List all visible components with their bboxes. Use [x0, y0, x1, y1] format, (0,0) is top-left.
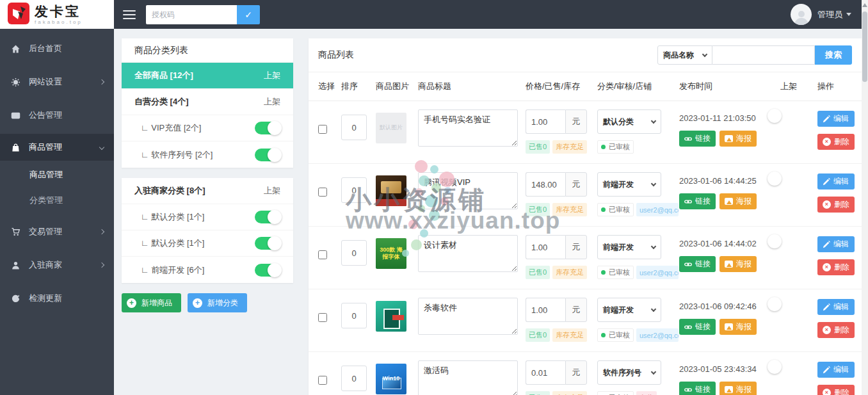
price-input[interactable]: [526, 109, 565, 134]
add-product-button[interactable]: + 新增商品: [122, 293, 181, 312]
edit-button[interactable]: 编辑: [817, 299, 855, 315]
scrollbar-thumb[interactable]: [862, 12, 867, 82]
cart-icon: [10, 227, 20, 237]
page-scrollbar[interactable]: [862, 0, 868, 395]
row-checkbox[interactable]: [318, 250, 327, 259]
category-toggle[interactable]: [255, 237, 280, 250]
category-toggle[interactable]: [255, 149, 280, 161]
search-button[interactable]: 搜索: [815, 45, 852, 65]
link-icon: [684, 135, 692, 143]
sort-input[interactable]: [341, 303, 367, 328]
category-row-merchant-group[interactable]: 入驻商家分类 [8个] 上架: [122, 178, 293, 204]
poster-icon: [725, 323, 733, 330]
chevron-down-icon: [651, 306, 656, 311]
category-row-frontend[interactable]: ∟ 前端开发 [6个]: [122, 257, 293, 283]
sidebar-item-check-update[interactable]: 检测更新: [0, 285, 114, 312]
price-input[interactable]: [526, 172, 565, 197]
category-toggle[interactable]: [255, 122, 280, 134]
gear-icon: [10, 77, 20, 87]
product-title-textarea[interactable]: 手机号码实名验证: [418, 109, 518, 147]
plus-icon: +: [127, 298, 136, 308]
edit-button[interactable]: 编辑: [817, 173, 855, 189]
edit-button[interactable]: 编辑: [817, 236, 855, 252]
category-toggle[interactable]: [255, 264, 280, 277]
sidebar-item-trades[interactable]: 交易管理: [0, 218, 114, 245]
poster-button[interactable]: 海报: [719, 256, 757, 272]
row-checkbox[interactable]: [318, 125, 327, 134]
pencil-icon: [823, 366, 830, 374]
row-checkbox[interactable]: [318, 188, 327, 197]
sold-badge: 已售0: [526, 391, 550, 395]
edit-button[interactable]: 编辑: [817, 111, 855, 127]
product-search-input[interactable]: [712, 45, 815, 65]
sort-input[interactable]: [341, 115, 367, 140]
link-icon: [684, 386, 692, 394]
category-select[interactable]: 前端开发: [597, 235, 661, 259]
table-header: 选择 排序 商品图片 商品标题 价格/已售/库存 分类/审核/店铺 发布时间 上…: [309, 72, 862, 101]
sort-input[interactable]: [341, 177, 367, 203]
sidebar-item-dashboard[interactable]: 后台首页: [0, 35, 114, 62]
row-checkbox[interactable]: [318, 313, 327, 322]
price-input[interactable]: [526, 235, 565, 259]
product-image: [376, 301, 406, 332]
link-button[interactable]: 链接: [679, 256, 716, 272]
link-button[interactable]: 链接: [679, 319, 716, 335]
user-menu[interactable]: 管理员: [817, 9, 851, 20]
link-button[interactable]: 链接: [679, 382, 716, 395]
category-row-default-1[interactable]: ∟ 默认分类 [1个]: [122, 204, 293, 230]
announcement-icon: [10, 110, 20, 120]
sidebar-subitem-category-manage[interactable]: 分类管理: [0, 189, 114, 212]
category-row-all[interactable]: 全部商品 [12个] 上架: [122, 63, 293, 89]
price-input[interactable]: [526, 360, 565, 385]
topbar-search: ✓: [146, 5, 260, 24]
poster-button[interactable]: 海报: [719, 319, 757, 335]
delete-button[interactable]: ×删除: [817, 134, 855, 150]
delete-button[interactable]: ×删除: [817, 259, 855, 275]
update-icon: [10, 293, 20, 303]
category-row-self[interactable]: 自营分类 [4个] 上架: [122, 89, 293, 115]
hamburger-menu-icon[interactable]: [123, 10, 136, 19]
auth-submit-button[interactable]: ✓: [237, 5, 260, 24]
category-row-serial[interactable]: ∟ 软件序列号 [2个]: [122, 141, 293, 168]
sort-input[interactable]: [341, 366, 367, 391]
category-row-vip[interactable]: ∟ VIP充值 [2个]: [122, 115, 293, 141]
category-select[interactable]: 前端开发: [597, 172, 661, 197]
delete-button[interactable]: ×删除: [817, 322, 855, 338]
sidebar-item-announcements[interactable]: 公告管理: [0, 102, 114, 129]
row-checkbox[interactable]: [318, 376, 327, 385]
poster-button[interactable]: 海报: [719, 131, 757, 147]
poster-button[interactable]: 海报: [719, 382, 757, 395]
currency-unit: 元: [565, 235, 587, 259]
user-name-label: 管理员: [817, 9, 842, 20]
link-button[interactable]: 链接: [679, 193, 716, 209]
category-select[interactable]: 前端开发: [597, 298, 661, 322]
edit-button[interactable]: 编辑: [817, 362, 855, 378]
add-category-button[interactable]: + 新增分类: [188, 293, 247, 312]
category-row-default-2[interactable]: ∟ 默认分类 [1个]: [122, 230, 293, 257]
product-title-textarea[interactable]: 激活码: [418, 360, 518, 395]
logo-title: 发卡宝: [35, 4, 83, 18]
sidebar-item-site-settings[interactable]: 网站设置: [0, 69, 114, 95]
category-select[interactable]: 软件序列号: [597, 360, 661, 385]
logo[interactable]: 发卡宝 fakabao.top: [0, 0, 114, 29]
sidebar-subitem-product-manage[interactable]: 商品管理: [0, 163, 114, 186]
search-field-select[interactable]: 商品名称: [657, 45, 712, 65]
product-title-textarea[interactable]: 设计素材: [418, 235, 518, 272]
chevron-down-icon: [651, 181, 656, 186]
delete-button[interactable]: ×删除: [817, 197, 855, 213]
sidebar-item-merchants[interactable]: 入驻商家: [0, 252, 114, 278]
category-toggle[interactable]: [255, 211, 280, 223]
auth-code-input[interactable]: [146, 5, 237, 24]
sort-input[interactable]: [341, 240, 367, 266]
delete-button[interactable]: ×删除: [817, 385, 855, 395]
sold-badge: 已售0: [526, 203, 550, 216]
product-title-textarea[interactable]: 腾讯视频VIP: [418, 172, 518, 209]
avatar[interactable]: [791, 4, 812, 25]
category-select[interactable]: 默认分类: [597, 109, 661, 134]
product-title-textarea[interactable]: 杀毒软件: [418, 298, 518, 335]
sidebar-item-products[interactable]: 商品管理: [0, 134, 114, 161]
price-input[interactable]: [526, 298, 565, 322]
scroll-up-arrow-icon[interactable]: [862, 3, 867, 7]
link-button[interactable]: 链接: [679, 131, 716, 147]
poster-button[interactable]: 海报: [719, 193, 757, 209]
